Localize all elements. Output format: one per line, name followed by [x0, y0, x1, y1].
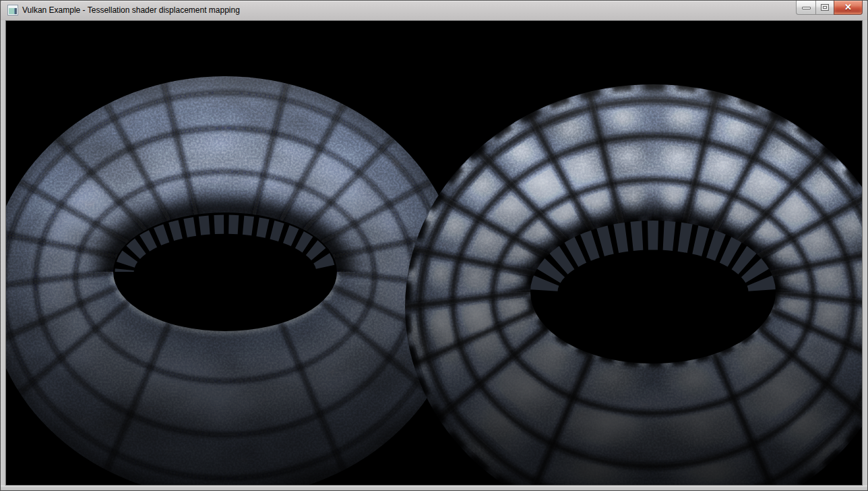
torus-with-displacement — [402, 82, 863, 486]
maximize-button[interactable] — [815, 1, 834, 15]
minimize-button[interactable] — [796, 1, 816, 15]
close-button[interactable]: ✕ — [834, 1, 863, 15]
render-viewport[interactable] — [5, 20, 863, 486]
torus-no-displacement — [6, 76, 462, 486]
window-frame-left — [1, 20, 5, 490]
close-icon: ✕ — [844, 2, 852, 12]
window-frame-right — [863, 20, 867, 490]
window-title: Vulkan Example - Tessellation shader dis… — [22, 1, 240, 20]
render-canvas[interactable] — [6, 21, 863, 486]
maximize-icon — [821, 4, 829, 11]
titlebar[interactable]: Vulkan Example - Tessellation shader dis… — [1, 1, 867, 20]
window-controls: ✕ — [796, 1, 863, 15]
application-icon[interactable] — [7, 5, 18, 16]
vulkan-example-window: Vulkan Example - Tessellation shader dis… — [0, 0, 868, 491]
torus-no-displacement-inner-wall — [125, 225, 326, 320]
torus-with-displacement-inner-wall — [542, 235, 764, 349]
window-frame-bottom — [1, 486, 867, 490]
minimize-icon — [802, 7, 811, 9]
application-icon-image — [7, 5, 18, 16]
